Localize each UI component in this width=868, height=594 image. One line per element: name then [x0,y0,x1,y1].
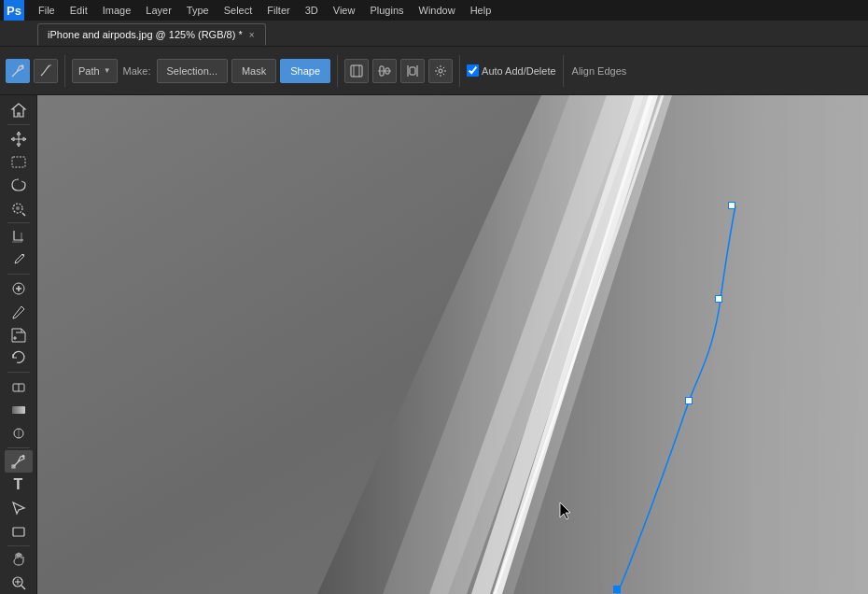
menu-file[interactable]: File [32,3,62,18]
align-icon[interactable] [372,59,397,83]
svg-line-13 [22,213,25,216]
gradient-tool[interactable] [5,399,33,421]
home-tool[interactable] [5,99,33,121]
move-tool[interactable] [5,128,33,150]
menu-window[interactable]: Window [413,3,462,18]
history-brush-tool[interactable] [5,347,33,370]
svg-point-15 [22,254,24,256]
main-area: T [0,95,868,594]
svg-rect-18 [12,406,25,414]
pen-tool-icon[interactable] [6,59,30,83]
eyedropper-tool[interactable] [5,248,33,271]
svg-point-20 [21,455,24,458]
tab-bar: iPhone and airpods.jpg @ 125% (RGB/8) * … [0,21,868,47]
make-label: Make: [121,65,153,77]
brush-tool[interactable] [5,301,33,323]
menu-type[interactable]: Type [180,3,216,18]
tab-title: iPhone and airpods.jpg @ 125% (RGB/8) * [48,29,243,40]
svg-rect-11 [12,157,25,167]
zoom-tool[interactable] [5,572,33,594]
quick-select-tool[interactable] [5,197,33,219]
toolbar-separator-1 [64,55,65,87]
path-arrangement-icon[interactable] [344,59,369,83]
menubar: Ps File Edit Image Layer Type Select Fil… [0,0,868,21]
svg-point-10 [439,69,442,73]
menu-layer[interactable]: Layer [139,3,178,18]
make-selection-button[interactable]: Selection... [157,59,228,83]
path-type-label: Path [78,65,100,77]
menu-image[interactable]: Image [96,3,138,18]
path-type-dropdown[interactable]: Path ▼ [72,59,118,83]
tool-separator-5 [7,447,30,448]
text-icon: T [14,476,23,493]
svg-point-0 [21,64,24,67]
tool-separator-4 [7,372,30,373]
anchor-point-4[interactable] [613,586,621,593]
svg-rect-8 [410,67,415,75]
app-logo: Ps [4,0,24,21]
anchor-point-1[interactable] [728,202,735,209]
canvas-area[interactable] [37,95,868,594]
make-mask-button[interactable]: Mask [231,59,276,83]
document-tab[interactable]: iPhone and airpods.jpg @ 125% (RGB/8) * … [37,23,266,46]
anchor-point-2[interactable] [685,397,693,404]
dodge-tool[interactable] [5,422,33,445]
clone-stamp-tool[interactable] [5,324,33,346]
tools-panel: T [0,95,37,594]
marquee-tool[interactable] [5,150,33,173]
auto-add-delete-checkbox[interactable] [467,64,479,77]
lasso-tool[interactable] [5,174,33,196]
eraser-tool[interactable] [5,375,33,398]
menu-3d[interactable]: 3D [299,3,325,18]
pen-tool[interactable] [5,450,33,473]
menu-view[interactable]: View [327,3,362,18]
shape-tool[interactable] [5,520,33,543]
tool-separator-3 [7,274,30,275]
svg-rect-1 [351,65,362,77]
svg-point-14 [16,206,20,210]
auto-add-delete-label[interactable]: Auto Add/Delete [467,64,556,77]
menu-plugins[interactable]: Plugins [363,3,410,18]
menu-edit[interactable]: Edit [63,3,94,18]
freeform-pen-icon[interactable] [34,59,58,83]
crop-tool[interactable] [5,226,33,248]
make-shape-button[interactable]: Shape [280,59,330,83]
dropdown-arrow-icon: ▼ [104,66,111,75]
toolbar-separator-3 [459,55,460,87]
auto-add-delete-text: Auto Add/Delete [482,65,556,77]
path-select-tool[interactable] [5,497,33,519]
device-body [551,95,868,594]
toolbar-separator-4 [563,55,564,87]
tool-separator-6 [7,545,30,546]
anchor-point-3[interactable] [715,295,722,303]
align-edges-label: Align Edges [570,65,629,77]
menu-select[interactable]: Select [217,3,259,18]
text-tool[interactable]: T [5,474,33,496]
tool-separator-2 [7,222,30,223]
tab-close-button[interactable]: × [248,29,256,41]
toolbar-separator-2 [337,55,338,87]
settings-icon[interactable] [428,59,453,83]
svg-rect-22 [13,528,24,536]
distribute-icon[interactable] [400,59,425,83]
menu-help[interactable]: Help [464,3,498,18]
options-toolbar: Path ▼ Make: Selection... Mask Shape [0,47,868,95]
tool-separator-1 [7,124,30,125]
svg-line-24 [21,586,25,589]
canvas-content[interactable] [37,95,868,594]
hand-tool[interactable] [5,548,33,571]
heal-tool[interactable] [5,277,33,300]
menu-filter[interactable]: Filter [260,3,296,18]
